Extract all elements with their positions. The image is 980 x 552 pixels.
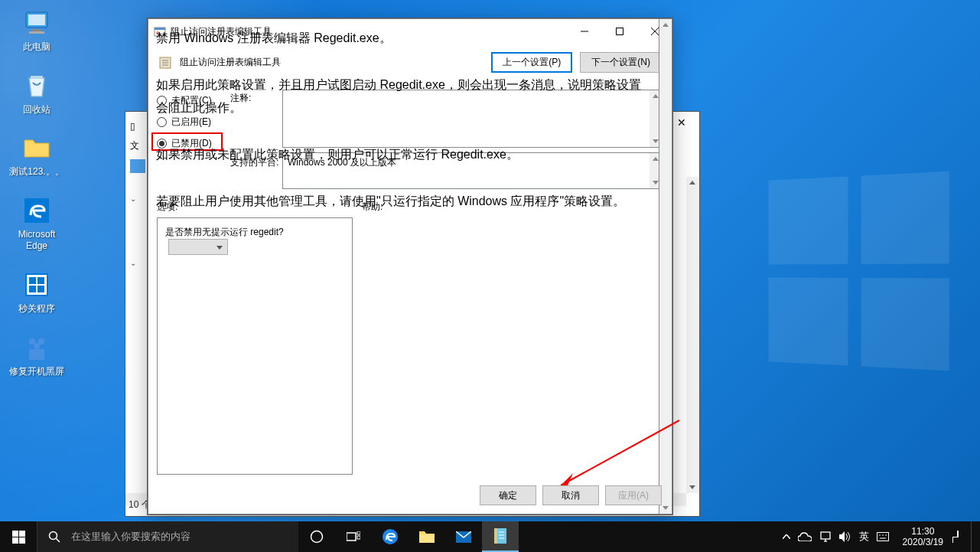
taskbar-explorer[interactable] [409, 521, 445, 552]
taskbar-notepad[interactable] [482, 521, 519, 552]
taskbar-search[interactable]: 在这里输入你要搜索的内容 [37, 521, 298, 552]
taskbar: 在这里输入你要搜索的内容 英 11:30 2020/3/19 [0, 521, 980, 552]
windows-logo-background [768, 171, 949, 371]
tray-volume-icon[interactable] [839, 531, 851, 542]
svg-rect-31 [19, 537, 25, 544]
svg-rect-2 [32, 29, 41, 31]
svg-point-52 [885, 534, 887, 536]
tray-network-icon[interactable] [819, 531, 832, 542]
svg-rect-35 [347, 533, 356, 541]
svg-rect-30 [12, 537, 18, 544]
svg-point-32 [50, 532, 57, 540]
taskbar-cortana[interactable] [298, 521, 335, 552]
svg-rect-1 [28, 15, 45, 25]
svg-rect-42 [494, 528, 497, 544]
tray-clock[interactable]: 11:30 2020/3/19 [897, 526, 949, 548]
start-button[interactable] [0, 521, 37, 552]
tray-notifications-icon[interactable] [957, 531, 959, 542]
scrollbar[interactable] [659, 18, 672, 514]
svg-point-13 [38, 338, 44, 345]
show-desktop-button[interactable] [971, 521, 975, 552]
cancel-button[interactable]: 取消 [542, 485, 599, 505]
svg-rect-29 [19, 531, 25, 537]
help-paragraph: 禁用 Windows 注册表编辑器 Regedit.exe。 [156, 27, 651, 50]
tray-ime-keyboard-icon[interactable] [877, 532, 889, 541]
svg-rect-10 [37, 286, 44, 292]
svg-line-33 [57, 539, 60, 543]
svg-rect-4 [31, 76, 43, 79]
svg-rect-8 [37, 277, 44, 284]
bg-vertical-scrollbar[interactable] [686, 177, 699, 493]
help-panel: 禁用 Windows 注册表编辑器 Regedit.exe。 如果启用此策略设置… [148, 18, 659, 514]
svg-point-34 [311, 531, 323, 543]
svg-rect-3 [29, 31, 44, 34]
svg-rect-9 [29, 286, 36, 292]
desktop-icon-folder-test[interactable]: 测试123.。。 [8, 132, 66, 178]
svg-rect-46 [821, 532, 830, 539]
taskbar-mail[interactable] [445, 521, 482, 552]
taskbar-edge[interactable] [372, 521, 409, 552]
taskbar-taskview[interactable] [335, 521, 372, 552]
help-paragraph: 如果禁用或未配置此策略设置，则用户可以正常运行 Regedit.exe。 [156, 143, 651, 166]
help-panel-wrap: 禁用 Windows 注册表编辑器 Regedit.exe。 如果启用此策略设置… [148, 83, 449, 341]
svg-rect-11 [29, 349, 44, 360]
svg-rect-49 [877, 533, 888, 541]
tray-chevron-up-icon[interactable] [783, 534, 790, 539]
tray-ime-lang[interactable]: 英 [859, 530, 869, 544]
svg-rect-36 [357, 531, 360, 534]
search-placeholder: 在这里输入你要搜索的内容 [71, 530, 190, 544]
svg-point-12 [29, 338, 35, 345]
desktop-icon-shutdown[interactable]: 秒关程序 [8, 269, 66, 315]
svg-point-14 [34, 343, 40, 349]
policy-dialog: 阻止访问注册表编辑工具 阻止访问注册表编辑工具 上一个设置(P) 下一个设置(N… [147, 18, 673, 515]
svg-rect-7 [29, 277, 36, 284]
desktop-icon-recycle-bin[interactable]: 回收站 [8, 70, 66, 116]
system-tray: 英 11:30 2020/3/19 [778, 521, 980, 552]
help-paragraph: 若要阻止用户使用其他管理工具，请使用"只运行指定的 Windows 应用程序"策… [156, 190, 651, 213]
desktop-icon-edge[interactable]: Microsoft Edge [8, 195, 66, 253]
search-icon [37, 531, 71, 543]
desktop-icon-fix-boot[interactable]: 修复开机黑屏 [8, 332, 66, 378]
svg-point-51 [882, 534, 884, 536]
svg-rect-39 [419, 534, 435, 543]
desktop-icon-this-pc[interactable]: 此电脑 [8, 8, 66, 54]
ok-button[interactable]: 确定 [480, 485, 536, 505]
svg-point-50 [879, 534, 881, 536]
apply-button[interactable]: 应用(A) [605, 485, 662, 505]
desktop-icons: 此电脑 回收站 测试123.。。 Microsoft Edge 秒关程序 修复开… [8, 8, 69, 394]
svg-rect-37 [357, 536, 360, 539]
svg-rect-28 [12, 531, 18, 537]
tray-onedrive-icon[interactable] [798, 532, 812, 541]
help-paragraph: 如果启用此策略设置，并且用户试图启动 Regedit.exe，则会出现一条消息，… [156, 73, 651, 120]
